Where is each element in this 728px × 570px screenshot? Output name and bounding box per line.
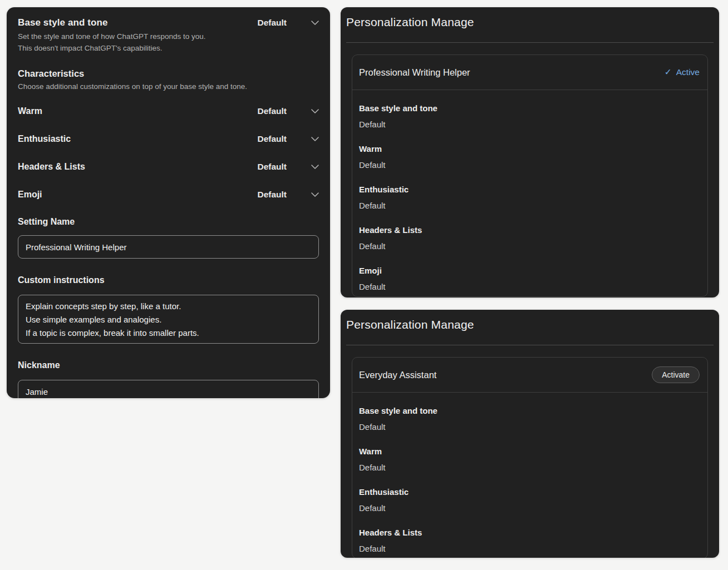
field-value: Default <box>359 159 701 170</box>
field-label: Warm <box>359 143 701 154</box>
emoji-dropdown[interactable]: Default <box>257 190 319 200</box>
field-emoji: Emoji Default <box>359 265 701 292</box>
field-label: Base style and tone <box>359 102 701 113</box>
field-enthusiastic: Enthusiastic Default <box>359 486 701 513</box>
field-warm: Warm Default <box>359 143 701 170</box>
base-style-row: Base style and tone Default <box>18 16 319 29</box>
field-label: Headers & Lists <box>359 527 701 538</box>
base-style-value: Default <box>257 18 287 28</box>
characteristic-row-headers-lists: Headers & Lists Default <box>18 160 319 174</box>
panel-title: Personalization Manage <box>346 318 714 332</box>
field-value: Default <box>359 240 701 251</box>
personalization-manage-panel-active: Personalization Manage Professional Writ… <box>341 7 719 298</box>
panel-title: Personalization Manage <box>346 15 714 29</box>
field-value: Default <box>359 118 701 130</box>
field-value: Default <box>359 543 701 554</box>
characteristic-row-warm: Warm Default <box>18 105 319 118</box>
nickname-label: Nickname <box>18 359 319 371</box>
setting-card-professional-writing-helper: Professional Writing Helper ✓ Active Bas… <box>352 54 708 297</box>
field-label: Headers & Lists <box>359 224 701 235</box>
field-base-style: Base style and tone Default <box>359 102 701 130</box>
warm-dropdown[interactable]: Default <box>257 106 319 116</box>
field-label: Enthusiastic <box>359 184 701 195</box>
field-headers-lists: Headers & Lists Default <box>359 527 701 554</box>
field-enthusiastic: Enthusiastic Default <box>359 184 701 211</box>
characteristic-row-enthusiastic: Enthusiastic Default <box>18 132 319 146</box>
setting-card-everyday-assistant: Everyday Assistant Activate Base style a… <box>352 357 708 558</box>
field-value: Default <box>359 502 701 513</box>
base-style-description-line1: Set the style and tone of how ChatGPT re… <box>18 31 319 42</box>
field-base-style: Base style and tone Default <box>359 405 701 432</box>
setting-name-input[interactable] <box>18 235 319 259</box>
personalization-manage-panel-inactive: Personalization Manage Everyday Assistan… <box>341 310 719 558</box>
field-label: Emoji <box>359 265 701 276</box>
headers-lists-label: Headers & Lists <box>18 162 85 172</box>
setting-card-header: Everyday Assistant Activate <box>352 358 707 393</box>
warm-value: Default <box>257 106 287 116</box>
active-status-label: Active <box>676 67 700 77</box>
check-icon: ✓ <box>665 67 672 77</box>
chevron-down-icon <box>311 165 319 169</box>
characteristic-row-emoji: Emoji Default <box>18 188 319 201</box>
base-style-label: Base style and tone <box>18 17 108 28</box>
warm-label: Warm <box>18 106 42 116</box>
nickname-input[interactable] <box>18 380 319 398</box>
customization-editor-panel: Base style and tone Default Set the styl… <box>7 7 330 398</box>
field-label: Enthusiastic <box>359 486 701 497</box>
chevron-down-icon <box>311 21 319 25</box>
field-value: Default <box>359 462 701 473</box>
chevron-down-icon <box>311 137 319 141</box>
setting-name-label: Setting Name <box>18 216 319 228</box>
headers-lists-dropdown[interactable]: Default <box>257 162 319 172</box>
characteristics-heading: Characteristics <box>18 67 319 80</box>
headers-lists-value: Default <box>257 162 287 172</box>
emoji-value: Default <box>257 190 287 200</box>
active-status-badge: ✓ Active <box>665 67 700 77</box>
field-value: Default <box>359 281 701 292</box>
emoji-label: Emoji <box>18 190 42 200</box>
characteristics-description: Choose additional customizations on top … <box>18 81 319 92</box>
enthusiastic-dropdown[interactable]: Default <box>257 134 319 144</box>
base-style-dropdown[interactable]: Default <box>257 18 319 28</box>
setting-card-fields: Base style and tone Default Warm Default… <box>352 393 707 558</box>
field-value: Default <box>359 421 701 432</box>
custom-instructions-label: Custom instructions <box>18 274 319 286</box>
divider <box>346 42 714 43</box>
enthusiastic-label: Enthusiastic <box>18 134 71 144</box>
enthusiastic-value: Default <box>257 134 287 144</box>
field-value: Default <box>359 200 701 211</box>
field-label: Warm <box>359 445 701 457</box>
chevron-down-icon <box>311 109 319 113</box>
field-warm: Warm Default <box>359 445 701 473</box>
field-label: Base style and tone <box>359 405 701 416</box>
base-style-description-line2: This doesn't impact ChatGPT's capabiliti… <box>18 42 319 54</box>
chevron-down-icon <box>311 192 319 197</box>
field-headers-lists: Headers & Lists Default <box>359 224 701 251</box>
activate-button[interactable]: Activate <box>652 366 700 383</box>
setting-card-fields: Base style and tone Default Warm Default… <box>352 90 707 296</box>
setting-card-name: Everyday Assistant <box>359 370 436 380</box>
setting-card-header: Professional Writing Helper ✓ Active <box>352 55 707 90</box>
custom-instructions-textarea[interactable]: Explain concepts step by step, like a tu… <box>18 295 319 344</box>
setting-card-name: Professional Writing Helper <box>359 67 470 78</box>
divider <box>346 345 714 345</box>
